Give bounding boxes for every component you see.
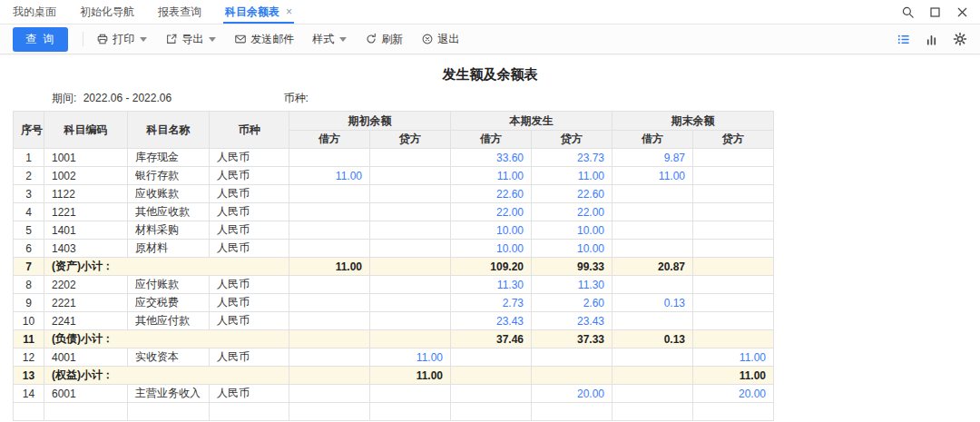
table-row[interactable]: 102241其他应付款人民币23.4323.43 — [14, 312, 774, 330]
cell-num[interactable]: 23.43 — [451, 312, 532, 330]
cell-seq: 10 — [14, 312, 44, 330]
chevron-down-icon — [209, 37, 216, 42]
cell-name: 其他应付款 — [128, 312, 210, 330]
col-header-credit: 贷方 — [532, 131, 612, 149]
col-group-opening-balance: 期初余额 — [289, 112, 451, 131]
tab-label: 初始化导航 — [80, 5, 134, 20]
tab-label: 报表查询 — [158, 5, 201, 20]
cell-num — [693, 258, 774, 276]
cell-num[interactable]: 10.00 — [532, 221, 612, 240]
page-title: 发生额及余额表 — [0, 65, 980, 83]
cell-code: 2202 — [44, 276, 128, 294]
cell-code: 1002 — [44, 167, 128, 185]
cell-num[interactable]: 11.00 — [451, 167, 532, 185]
period-value: 2022.06 - 2022.06 — [83, 92, 172, 104]
cell-num[interactable]: 10.00 — [451, 221, 532, 240]
cell-num[interactable]: 23.43 — [532, 312, 612, 330]
cell-num[interactable]: 33.60 — [451, 149, 532, 167]
refresh-button[interactable]: 刷新 — [365, 32, 403, 47]
cell-num[interactable]: 11.30 — [451, 276, 532, 294]
cell-code: 1403 — [44, 240, 128, 258]
table-row[interactable]: 124001实收资本人民币11.0011.00 — [14, 348, 774, 367]
cell-num — [693, 294, 774, 312]
list-view-icon[interactable] — [897, 33, 910, 46]
tab-close-icon[interactable]: × — [286, 5, 292, 18]
style-button[interactable]: 样式 — [312, 32, 347, 47]
cell-num: 20.87 — [612, 258, 693, 276]
tab-my-desktop[interactable]: 我的桌面 — [13, 0, 56, 24]
cell-num[interactable]: 23.73 — [532, 149, 612, 167]
cell-num[interactable]: 20.00 — [693, 385, 774, 403]
cell-seq: 3 — [14, 185, 44, 203]
send-email-button[interactable]: 发送邮件 — [234, 32, 294, 47]
bar-chart-icon[interactable] — [925, 33, 938, 46]
tab-account-balance-sheet[interactable]: 科目余额表 × — [225, 0, 292, 24]
cell-code: 1221 — [44, 203, 128, 221]
search-icon[interactable] — [901, 5, 915, 19]
cell-num — [693, 221, 774, 240]
chevron-down-icon — [339, 37, 347, 42]
export-icon — [165, 33, 178, 45]
col-group-current-period: 本期发生 — [451, 112, 612, 131]
tab-init-navigation[interactable]: 初始化导航 — [80, 0, 134, 24]
table-row[interactable]: 92221应交税费人民币2.732.600.13 — [14, 294, 774, 312]
cell-num — [370, 312, 451, 330]
cell-num[interactable]: 20.00 — [532, 385, 612, 403]
tab-report-query[interactable]: 报表查询 — [158, 0, 201, 24]
table-row[interactable]: 51401材料采购人民币10.0010.00 — [14, 221, 774, 240]
table-row[interactable]: 41221其他应收款人民币22.0022.00 — [14, 203, 774, 221]
cell-num[interactable]: 10.00 — [532, 240, 612, 258]
export-button[interactable]: 导出 — [165, 32, 216, 47]
cell-cur: 人民币 — [210, 294, 289, 312]
cell-num[interactable]: 22.60 — [451, 185, 532, 203]
cell-num[interactable]: 11.00 — [370, 348, 451, 367]
cell-num: 99.33 — [532, 258, 612, 276]
table-row[interactable]: 21002银行存款人民币11.0011.0011.0011.00 — [14, 167, 774, 185]
table-row[interactable]: 31122应收账款人民币22.6022.60 — [14, 185, 774, 203]
print-button[interactable]: 打印 — [96, 32, 147, 47]
maximize-icon[interactable] — [928, 5, 942, 19]
circle-x-icon — [421, 33, 434, 45]
cell-num[interactable]: 11.30 — [532, 276, 612, 294]
table-row[interactable]: 146001主营业务收入人民币20.0020.00 — [14, 385, 774, 403]
table-row[interactable]: 82202应付账款人民币11.3011.30 — [14, 276, 774, 294]
cell-num[interactable]: 2.73 — [451, 294, 532, 312]
cell-label: (权益)小计： — [44, 367, 289, 385]
cell-num[interactable]: 10.00 — [451, 240, 532, 258]
table-row[interactable]: 11001库存现金人民币33.6023.739.87 — [14, 149, 774, 167]
cell-num[interactable]: 22.00 — [532, 203, 612, 221]
cell-num — [693, 167, 774, 185]
subtotal-row[interactable]: 13(权益)小计：11.0011.00 — [14, 367, 774, 385]
cell-seq: 12 — [14, 348, 44, 367]
close-icon[interactable] — [956, 5, 969, 19]
cell-num[interactable]: 22.60 — [532, 185, 612, 203]
cell-num[interactable]: 11.00 — [532, 167, 612, 185]
cell-cur: 人民币 — [210, 149, 289, 167]
cell-num — [612, 221, 693, 240]
cell-num[interactable]: 2.60 — [532, 294, 612, 312]
subtotal-row[interactable]: 11(负债)小计：37.4637.330.13 — [14, 330, 774, 348]
cell-num — [289, 276, 370, 294]
cell-num — [612, 276, 693, 294]
cell-num — [370, 258, 451, 276]
print-label: 打印 — [113, 32, 134, 47]
cell-num[interactable]: 11.00 — [693, 348, 774, 367]
table-row[interactable] — [14, 403, 774, 421]
cell-name: 材料采购 — [128, 221, 210, 240]
currency-label: 币种: — [283, 92, 308, 104]
table-row[interactable]: 61403原材料人民币10.0010.00 — [14, 240, 774, 258]
cell-num[interactable]: 11.00 — [612, 167, 693, 185]
report-filters: 期间: 2022.06 - 2022.06 币种: — [52, 91, 980, 104]
cell-num[interactable]: 0.13 — [612, 294, 693, 312]
cell-seq: 1 — [14, 149, 44, 167]
cell-num: 11.00 — [693, 367, 774, 385]
chevron-down-icon — [140, 37, 147, 42]
cell-num — [451, 348, 532, 367]
exit-button[interactable]: 退出 — [421, 32, 459, 47]
subtotal-row[interactable]: 7(资产)小计：11.00109.2099.3320.87 — [14, 258, 774, 276]
cell-num[interactable]: 9.87 — [612, 149, 693, 167]
cell-num[interactable]: 22.00 — [451, 203, 532, 221]
cell-num[interactable]: 11.00 — [289, 167, 370, 185]
query-button[interactable]: 查 询 — [13, 27, 68, 52]
gear-icon[interactable] — [953, 32, 967, 46]
